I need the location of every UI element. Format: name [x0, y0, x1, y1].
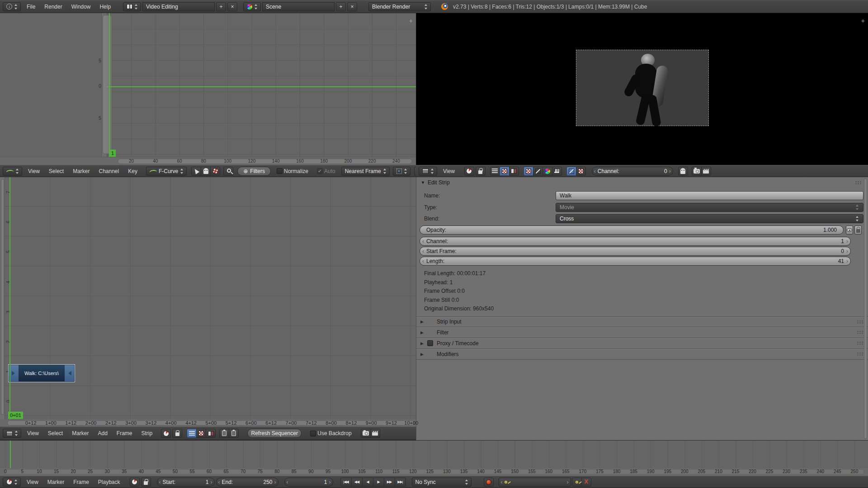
top-menu-item[interactable]: File [22, 4, 40, 10]
normalization-helper-button[interactable] [210, 167, 220, 176]
clip-editor-button[interactable] [370, 429, 380, 438]
collapsed-panel-header[interactable]: ▶ Strip Input [416, 316, 868, 327]
layout-browse-button[interactable] [123, 2, 141, 11]
lock-button[interactable] [476, 167, 486, 176]
scene-add-button[interactable]: + [336, 2, 346, 11]
graph-menu-item[interactable]: Marker [68, 168, 94, 174]
properties-scrollbar[interactable] [864, 178, 867, 439]
record-button[interactable] [484, 478, 494, 487]
sequencer-menu-item[interactable]: Select [43, 430, 67, 436]
sequencer-menu-item[interactable]: Strip [137, 430, 157, 436]
layout-delete-button[interactable]: × [227, 2, 237, 11]
graph-menu-item[interactable]: Select [44, 168, 68, 174]
playback-button[interactable]: ◀◀ [351, 478, 363, 487]
editor-type-selector[interactable] [419, 167, 437, 176]
top-menu-item[interactable]: Render [40, 4, 66, 10]
collapsed-panel-header[interactable]: ▶ Filter [416, 327, 868, 338]
collapsed-panel-header[interactable]: ▶ Modifiers [416, 349, 868, 360]
timeline-menu-item[interactable]: View [22, 479, 43, 485]
view-sequence-button[interactable] [490, 167, 500, 176]
timeline-playhead-line[interactable] [10, 441, 11, 468]
graph-editor-canvas[interactable]: 505 1 + [0, 13, 416, 157]
timeline-canvas[interactable] [0, 440, 868, 468]
refresh-sequencer-button[interactable]: Refresh Sequencer [247, 429, 302, 438]
ghost-curves-button[interactable] [201, 167, 211, 176]
panel-grip-icon[interactable] [857, 320, 863, 324]
movie-strip[interactable]: Walk: C:\Users\ [8, 364, 75, 382]
start-frame-field[interactable]: Start:1 [157, 478, 215, 487]
overlay-mode-button[interactable] [566, 167, 576, 176]
opacity-slider[interactable]: Opacity:1.000 [420, 225, 844, 235]
panel-grip-icon[interactable] [855, 181, 862, 185]
graph-region-plus-icon[interactable]: + [409, 18, 413, 24]
timeline-tick-row[interactable]: 0510152025303540455055606570758085909510… [0, 468, 868, 476]
collapsed-panel-header[interactable]: ▶ Proxy / Timecode [416, 338, 868, 349]
opacity-lock-button[interactable] [854, 225, 862, 235]
layout-add-button[interactable]: + [216, 2, 226, 11]
preview-channel-field[interactable]: Channel:0 [592, 167, 673, 176]
playback-button[interactable]: ◀ [362, 478, 373, 487]
playback-time-button[interactable] [464, 167, 474, 176]
playback-time-button[interactable] [130, 478, 140, 487]
panel-grip-icon[interactable] [857, 341, 863, 345]
timeline-menu-item[interactable]: Marker [43, 479, 69, 485]
insert-keyframe-button[interactable] [572, 478, 582, 487]
lock-button[interactable] [141, 478, 151, 487]
preview-menu-item[interactable]: View [439, 168, 459, 174]
start-frame-field[interactable]: Start Frame:0 [420, 247, 851, 256]
opacity-animate-button[interactable] [846, 225, 853, 235]
sequencer-menu-item[interactable]: View [23, 430, 43, 436]
auto-normalize-checkbox[interactable]: ✔ [317, 168, 323, 174]
graph-menu-item[interactable]: Key [123, 168, 142, 174]
sequencer-vertical-scrollbar[interactable] [0, 177, 5, 419]
graph-menu-item[interactable]: View [24, 168, 44, 174]
sequencer-timecode-row[interactable]: 0+121+001+122+002+123+003+124+004+125+00… [0, 419, 416, 427]
copy-strips-button[interactable] [219, 429, 229, 438]
editor-type-selector[interactable] [3, 167, 22, 176]
use-backdrop-checkbox[interactable] [310, 431, 316, 436]
paste-strips-button[interactable] [229, 429, 239, 438]
view-sequence-preview-button[interactable] [206, 429, 216, 438]
scene-name-field[interactable]: Scene [262, 2, 335, 11]
scene-delete-button[interactable]: × [347, 2, 357, 11]
editor-type-selector[interactable] [3, 429, 21, 438]
layout-name-field[interactable]: Video Editing [142, 2, 215, 11]
top-menu-item[interactable]: Window [67, 4, 95, 10]
filters-button[interactable]: ⊕Filters [237, 167, 271, 176]
normalize-checkbox[interactable] [277, 168, 283, 174]
graph-menu-item[interactable]: Channel [94, 168, 124, 174]
playback-button[interactable]: ▶▶| [395, 478, 406, 487]
channel-number-field[interactable]: Channel:1 [420, 237, 851, 246]
sequencer-preview[interactable]: + [416, 13, 868, 165]
clip-editor-button[interactable] [701, 167, 711, 176]
pivot-point-select[interactable] [393, 167, 410, 176]
preview-region-plus-icon[interactable]: + [861, 18, 865, 24]
alpha-mode-button[interactable] [576, 167, 586, 176]
sequencer-menu-item[interactable]: Marker [67, 430, 93, 436]
length-field[interactable]: Length:41 [420, 257, 851, 266]
timeline-menu-item[interactable]: Frame [69, 479, 94, 485]
edit-strip-panel-header[interactable]: ▼ Edit Strip [421, 179, 450, 186]
view-preview-button[interactable] [196, 429, 206, 438]
display-vectorscope-button[interactable] [542, 167, 552, 176]
grease-pencil-button[interactable] [361, 429, 371, 438]
scene-browse-button[interactable] [243, 2, 261, 11]
lock-button[interactable] [172, 429, 182, 438]
cursor-select-button[interactable] [191, 167, 201, 176]
current-frame-field[interactable]: 1 [284, 478, 333, 487]
editor-type-selector[interactable] [3, 478, 21, 487]
display-waveform-button[interactable] [533, 167, 543, 176]
view-sequence-button[interactable] [187, 429, 197, 438]
sequencer-canvas[interactable]: 76543210 Walk: C:\Users\ 0+01 [0, 177, 416, 419]
sequencer-playhead-line[interactable] [9, 177, 10, 419]
panel-grip-icon[interactable] [857, 330, 863, 334]
ghost-toggle-button[interactable] [678, 167, 688, 176]
panel-grip-icon[interactable] [857, 352, 863, 356]
view-preview-button[interactable] [500, 167, 509, 176]
render-engine-select[interactable]: Blender Render [368, 2, 431, 11]
graph-playhead-line[interactable] [109, 13, 110, 157]
display-image-button[interactable] [524, 167, 533, 176]
sync-mode-select[interactable]: No Sync [412, 478, 472, 487]
sequencer-menu-item[interactable]: Frame [112, 430, 137, 436]
blend-mode-select[interactable]: Cross [556, 214, 863, 223]
